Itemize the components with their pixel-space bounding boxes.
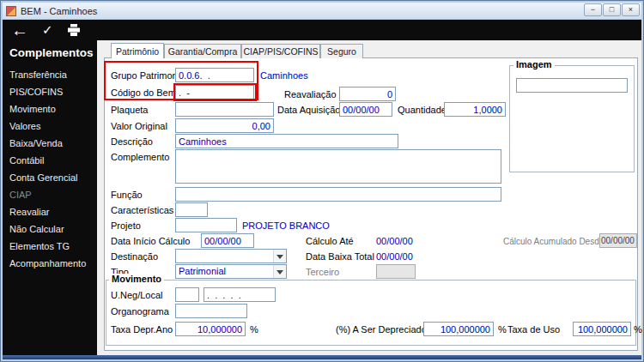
sidebar-title: Complementos [9, 46, 94, 59]
plaqueta-label: Plaqueta [111, 105, 148, 115]
caracteristicas-input[interactable] [175, 202, 208, 217]
taxa-de-uso-suffix: % [634, 324, 642, 335]
destinacao-selected-value [176, 250, 273, 262]
codigo-bem-input[interactable] [175, 85, 254, 100]
complemento-textarea[interactable] [175, 149, 501, 184]
uneg-local-label: U.Neg/Local [111, 290, 163, 300]
sidebar-item-conta-gerencial[interactable]: Conta Gerencial [9, 172, 94, 183]
terceiro-label: Terceiro [306, 267, 339, 277]
data-inicio-calculo-input[interactable] [201, 233, 254, 248]
sidebar-item-valores[interactable]: Valores [9, 121, 94, 131]
data-aquisicao-label: Data Aquisição [277, 105, 340, 115]
valor-original-label: Valor Original [111, 121, 167, 131]
chevron-down-icon [273, 250, 286, 262]
sidebar-item-ciap: CIAP [9, 190, 94, 200]
tab-seguro[interactable]: Seguro [320, 44, 363, 58]
window-title: BEM - Caminhoes [21, 6, 97, 16]
projeto-description: PROJETO BRANCO [242, 220, 330, 231]
calculo-acumulado-desde-input [599, 233, 637, 248]
organograma-input[interactable] [175, 304, 247, 318]
calculo-acumulado-desde-label: Cálculo Acumulado Desde [503, 237, 604, 246]
terceiro-input [376, 264, 416, 279]
chevron-down-icon [273, 265, 286, 278]
printer-icon [67, 24, 81, 36]
confirm-button[interactable]: ✓ [42, 22, 53, 38]
close-button[interactable]: × [622, 3, 640, 16]
sidebar-item-pis-cofins[interactable]: PIS/COFINS [9, 87, 94, 97]
caracteristicas-label: Características [111, 205, 173, 215]
calculo-ate-label: Cálculo Até [306, 236, 354, 246]
grupo-patrimonial-input[interactable] [175, 68, 254, 82]
tab-garantia-compra[interactable]: Garantia/Compra [164, 44, 241, 58]
quantidade-label: Quantidade [398, 105, 447, 115]
taxa-depr-ano-label: Taxa Depr.Ano [111, 324, 173, 335]
tab-ciap-pis-cofins[interactable]: CIAP/PIS/COFINS [241, 44, 320, 58]
tab-patrimonio[interactable]: Patrimônio [111, 43, 164, 58]
tipo-select[interactable]: Patrimonial [175, 264, 287, 279]
funcao-input[interactable] [175, 187, 501, 202]
minimize-button[interactable]: − [584, 3, 602, 16]
sidebar-item-transferencia[interactable]: Transferência [9, 69, 94, 80]
window-bottom-border [3, 355, 641, 359]
imagem-group-title: Imagem [513, 59, 555, 69]
sidebar-item-movimento[interactable]: Movimento [9, 104, 94, 114]
sidebar: Complementos Transferência PIS/COFINS Mo… [3, 40, 97, 355]
uneg-input[interactable] [175, 287, 199, 302]
codigo-bem-label: Código do Bem [111, 87, 176, 98]
sidebar-item-baixa-venda[interactable]: Baixa/Venda [9, 138, 94, 148]
reavaliacao-input[interactable] [339, 87, 396, 101]
complemento-label: Complemento [111, 152, 169, 162]
reavaliacao-label: Reavaliação [284, 89, 337, 100]
tipo-selected-value: Patrimonial [176, 265, 273, 278]
app-window: BEM - Caminhoes − □ × ← ✓ Complementos T… [0, 0, 644, 362]
a-ser-depreciado-input[interactable] [423, 322, 494, 336]
app-icon [6, 6, 16, 16]
funcao-label: Função [111, 190, 143, 200]
sidebar-item-nao-calcular[interactable]: Não Calcular [9, 224, 94, 234]
destinacao-label: Destinação [111, 251, 158, 262]
destinacao-select[interactable] [175, 249, 287, 263]
imagem-input[interactable] [516, 78, 628, 93]
main-toolbar: ← ✓ [3, 20, 641, 40]
maximize-button[interactable]: □ [603, 3, 621, 16]
plaqueta-input[interactable] [175, 102, 274, 117]
taxa-depr-ano-suffix: % [250, 324, 258, 335]
print-button[interactable] [67, 24, 81, 36]
movimento-group-title: Movimento [109, 274, 164, 284]
taxa-de-uso-input[interactable] [573, 322, 631, 336]
data-aquisicao-input[interactable] [339, 102, 392, 117]
back-arrow-icon: ← [11, 22, 28, 38]
check-icon: ✓ [42, 22, 53, 38]
descricao-input[interactable] [175, 134, 398, 148]
taxa-depr-ano-input[interactable] [175, 322, 246, 336]
data-baixa-total-label: Data Baixa Total [306, 251, 374, 262]
sidebar-item-reavaliar[interactable]: Reavaliar [9, 207, 94, 217]
data-inicio-calculo-label: Data Início Cálculo [111, 236, 190, 246]
organograma-label: Organograma [111, 306, 169, 317]
valor-original-input[interactable] [175, 118, 274, 133]
back-button[interactable]: ← [11, 22, 28, 38]
title-bar: BEM - Caminhoes − □ × [3, 3, 641, 20]
sidebar-item-elementos-tg[interactable]: Elementos TG [9, 241, 94, 251]
sidebar-item-contabil[interactable]: Contábil [9, 155, 94, 166]
window-controls: − □ × [583, 3, 640, 16]
descricao-label: Descrição [111, 136, 153, 147]
projeto-label: Projeto [111, 220, 141, 231]
taxa-de-uso-label: Taxa de Uso [507, 324, 560, 335]
quantidade-input[interactable] [444, 102, 506, 117]
data-baixa-total-value: 00/00/00 [376, 251, 413, 262]
calculo-ate-value: 00/00/00 [376, 236, 413, 246]
grupo-patrimonial-description: Caminhoes [260, 70, 308, 81]
sidebar-item-acompanhamento[interactable]: Acompanhamento [9, 258, 94, 268]
a-ser-depreciado-suffix: % [498, 324, 507, 335]
a-ser-depreciado-label: (%) A Ser Depreciado [336, 324, 427, 335]
projeto-input[interactable] [175, 218, 237, 232]
local-input[interactable] [204, 287, 276, 302]
